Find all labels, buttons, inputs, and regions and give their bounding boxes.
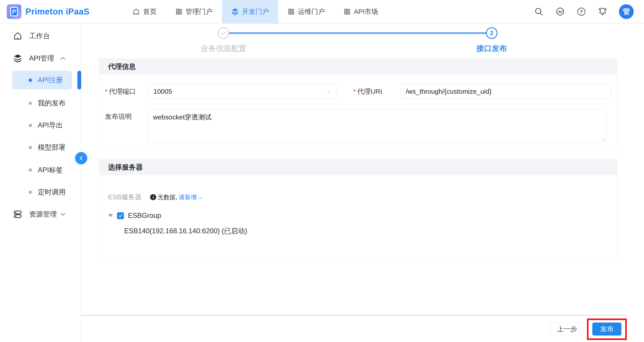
sidebar-group-resource-management[interactable]: 资源管理 [0, 207, 80, 222]
nav-item-label: 管理门户 [186, 7, 212, 16]
bullet-icon [29, 168, 32, 172]
step2-circle-active: 2 [486, 27, 498, 39]
nav-item-label: 开发门户 [242, 7, 269, 16]
brand-logo-area[interactable]: P Primeton iPaaS [7, 4, 90, 19]
top-actions: AI ? 管 [534, 4, 634, 19]
home-icon [13, 31, 22, 41]
bullet-icon [29, 190, 32, 194]
nav-item-label: API市场 [354, 7, 378, 16]
footer-divider [82, 315, 627, 316]
proxy-uri-input[interactable] [401, 84, 611, 99]
server-card-title: 选择服务器 [99, 160, 617, 175]
check-icon [220, 30, 227, 36]
proxy-port-value: 10005 [154, 88, 172, 95]
stepper-connector [229, 32, 486, 34]
no-data-text: 无数据, [158, 193, 178, 201]
publish-desc-row: 发布说明 websocket穿透测试 [105, 109, 611, 143]
layers-icon [13, 54, 22, 63]
server-card-body: ESB服务器 i 无数据, 请新增→ ESBGroup [99, 175, 617, 236]
help-icon-glyph: ? [580, 9, 583, 14]
brand-logo-letter: P [10, 7, 18, 16]
sidebar-item-scheduled-call[interactable]: 定时调用 [0, 185, 80, 199]
layers-icon [231, 8, 239, 16]
sidebar-group-api-management[interactable]: API管理 [0, 51, 80, 66]
ai-assistant-icon[interactable]: AI [555, 6, 565, 17]
nav-item-label: 首页 [143, 7, 156, 16]
sidebar-collapse-button[interactable] [75, 152, 87, 164]
bullet-icon [29, 146, 32, 149]
user-avatar[interactable]: 管 [619, 4, 634, 19]
chevron-up-icon [60, 55, 66, 62]
bullet-icon [29, 102, 32, 105]
proxy-port-label: *代理端口 [105, 87, 148, 96]
esb-group-checkbox[interactable] [117, 212, 124, 219]
bullet-icon [29, 124, 32, 127]
nav-item-dev-portal[interactable]: 开发门户 [222, 0, 278, 23]
sidebar-item-model-deploy[interactable]: 模型部署 [0, 140, 80, 154]
top-bar: P Primeton iPaaS 首页 [0, 0, 644, 24]
step1-circle-done [218, 27, 229, 39]
previous-step-button[interactable]: 上一步 [550, 322, 584, 336]
info-icon: i [150, 194, 156, 200]
sidebar-item-my-publish[interactable]: 我的发布 [0, 96, 80, 110]
step1-label: 业务信息配置 [176, 44, 270, 54]
step2-label: 接口发布 [445, 44, 539, 54]
grid-icon [288, 8, 295, 15]
sidebar-item-api-tags[interactable]: API标签 [0, 163, 80, 177]
sidebar-item-label: API注册 [38, 76, 63, 85]
select-server-card: 选择服务器 ESB服务器 i 无数据, 请新增→ [99, 159, 618, 261]
proxy-uri-label: *代理URI [353, 87, 401, 96]
no-data-hint: i 无数据, 请新增→ [150, 193, 203, 201]
proxy-info-card: 代理信息 *代理端口 10005 *代理URI [99, 58, 618, 148]
ai-icon-label: AI [558, 10, 562, 14]
required-mark: * [105, 88, 108, 95]
check-icon [118, 213, 123, 218]
sidebar-item-label: API标签 [38, 165, 63, 175]
app-root: P Primeton iPaaS 首页 [0, 0, 644, 342]
sidebar-item-label: 工作台 [29, 31, 50, 41]
sidebar: 工作台 API管理 API注册 我的发布 API导出 [0, 24, 81, 342]
esb-server-node[interactable]: ESB140(192.168.16.140:6200) (已启动) [105, 226, 611, 236]
sidebar-item-workbench[interactable]: 工作台 [0, 29, 80, 43]
sidebar-group-label: API管理 [29, 54, 54, 63]
search-icon[interactable] [534, 7, 544, 16]
active-item-indicator [78, 71, 81, 90]
sidebar-item-label: 我的发布 [38, 98, 66, 108]
publish-button[interactable]: 发布 [592, 322, 622, 336]
nav-item-admin-portal[interactable]: 管理门户 [166, 0, 222, 23]
esb-server-label: ESB服务器 [108, 192, 142, 202]
publish-desc-textarea[interactable]: websocket穿透测试 [148, 109, 606, 143]
brand-logo-icon: P [7, 4, 22, 19]
home-icon [132, 8, 140, 16]
nav-item-ops-portal[interactable]: 运维门户 [278, 0, 334, 23]
grid-icon [175, 8, 182, 15]
help-icon[interactable]: ? [576, 7, 586, 16]
sidebar-item-api-register[interactable]: API注册 [12, 71, 72, 90]
sidebar-item-label: 定时调用 [38, 188, 66, 197]
chevron-down-icon [326, 88, 332, 94]
chevron-left-icon [78, 155, 84, 161]
notification-bell-icon[interactable] [598, 6, 608, 17]
nav-item-api-market[interactable]: API市场 [334, 0, 388, 23]
esb-group-row: ESBGroup [105, 212, 611, 220]
sidebar-item-api-export[interactable]: API导出 [0, 118, 80, 132]
publish-desc-wrap: websocket穿透测试 [148, 109, 606, 143]
publish-desc-label: 发布说明 [105, 109, 148, 121]
nav-item-home[interactable]: 首页 [123, 0, 166, 23]
top-nav: 首页 管理门户 开发门 [123, 0, 388, 23]
brand-name: Primeton iPaaS [26, 7, 90, 16]
proxy-port-row: *代理端口 10005 *代理URI [105, 84, 611, 99]
bullet-icon [29, 78, 32, 82]
sidebar-item-label: 模型部署 [38, 143, 66, 152]
sidebar-group-label: 资源管理 [29, 210, 57, 219]
server-icon [13, 210, 22, 219]
proxy-card-body: *代理端口 10005 *代理URI 发布说明 [99, 74, 617, 143]
nav-item-label: 运维门户 [298, 7, 325, 16]
esb-group-label: ESBGroup [128, 212, 161, 220]
add-new-link[interactable]: 请新增→ [179, 193, 203, 201]
chevron-down-icon [60, 211, 66, 218]
tree-expand-caret-icon[interactable] [108, 214, 113, 217]
proxy-card-title: 代理信息 [99, 59, 617, 74]
main-content: 2 业务信息配置 接口发布 代理信息 *代理端口 10005 [81, 24, 644, 342]
proxy-port-select[interactable]: 10005 [148, 84, 338, 99]
